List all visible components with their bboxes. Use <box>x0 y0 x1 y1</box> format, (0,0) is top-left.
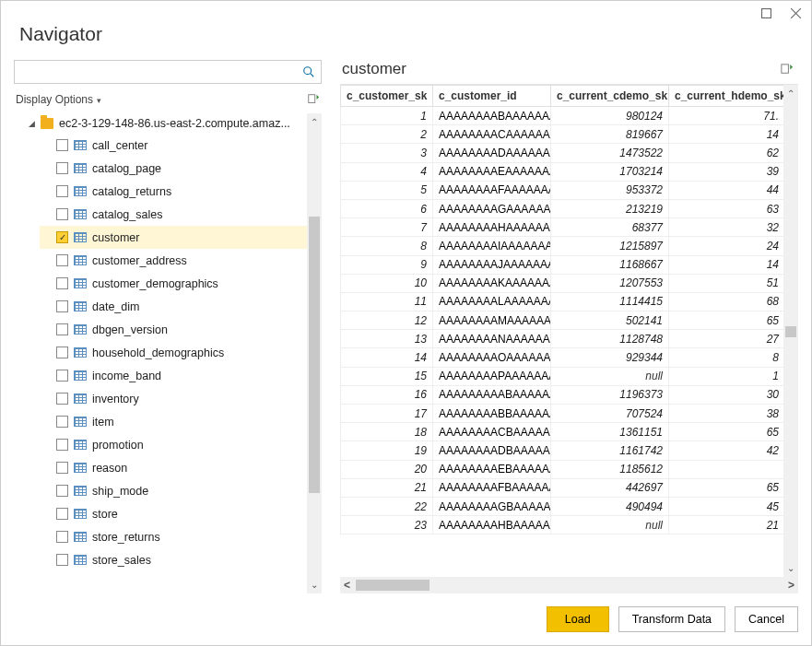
table-node-catalog_page[interactable]: catalog_page <box>40 157 307 180</box>
table-row[interactable]: 20AAAAAAAAEBAAAAAA1185612 <box>341 460 784 478</box>
table-node-store_sales[interactable]: store_sales <box>40 548 307 571</box>
tree-scrollbar[interactable]: ⌃ ⌄ <box>307 113 322 593</box>
checkbox[interactable] <box>56 185 68 197</box>
checkbox[interactable] <box>56 370 68 382</box>
checkbox[interactable] <box>56 162 68 174</box>
cell: 62 <box>669 144 784 162</box>
checkbox[interactable] <box>56 346 68 358</box>
load-button[interactable]: Load <box>547 606 609 632</box>
checkbox[interactable] <box>56 485 68 497</box>
table-row[interactable]: 18AAAAAAAACBAAAAAA136115165 <box>341 423 784 441</box>
checkbox[interactable] <box>56 277 68 289</box>
scroll-down-icon[interactable]: ⌄ <box>311 580 318 590</box>
table-row[interactable]: 8AAAAAAAAIAAAAAAA121589724 <box>341 237 784 255</box>
table-node-reason[interactable]: reason <box>40 456 307 479</box>
table-row[interactable]: 7AAAAAAAAHAAAAAAA6837732 <box>341 218 784 237</box>
refresh-tree-icon[interactable] <box>307 93 320 106</box>
table-row[interactable]: 23AAAAAAAAHBAAAAAAnull21 <box>341 516 784 534</box>
table-node-call_center[interactable]: call_center <box>40 134 307 157</box>
checkbox[interactable] <box>56 208 68 220</box>
scroll-left-icon[interactable]: < <box>344 579 350 592</box>
table-node-customer[interactable]: ✓customer <box>40 226 307 249</box>
scroll-thumb[interactable] <box>356 580 430 591</box>
cell: 44 <box>669 181 784 199</box>
svg-rect-5 <box>309 95 315 103</box>
table-node-customer_demographics[interactable]: customer_demographics <box>40 272 307 295</box>
table-node-store_returns[interactable]: store_returns <box>40 525 307 548</box>
table-node-dbgen_version[interactable]: dbgen_version <box>40 318 307 341</box>
grid-horizontal-scrollbar[interactable]: < > <box>340 577 798 593</box>
cell: 1114415 <box>551 292 669 311</box>
table-row[interactable]: 22AAAAAAAAGBAAAAAA49049445 <box>341 497 784 515</box>
checkbox[interactable] <box>56 531 68 543</box>
maximize-icon[interactable] <box>759 6 772 19</box>
column-header[interactable]: c_current_hdemo_sk <box>669 86 784 107</box>
table-row[interactable]: 17AAAAAAAABBAAAAAA70752438 <box>341 405 784 423</box>
checkbox[interactable] <box>56 139 68 151</box>
cell: 16 <box>341 385 433 404</box>
table-node-date_dim[interactable]: date_dim <box>40 295 307 318</box>
display-options-button[interactable]: Display Options▾ <box>16 93 101 106</box>
checkbox[interactable] <box>56 416 68 428</box>
table-node-store[interactable]: store <box>40 502 307 525</box>
table-row[interactable]: 13AAAAAAAANAAAAAAA112874827 <box>341 330 784 348</box>
scroll-up-icon[interactable]: ⌃ <box>787 88 794 99</box>
cancel-button[interactable]: Cancel <box>735 606 798 632</box>
preview-grid[interactable]: c_customer_skc_customer_idc_current_cdem… <box>340 85 783 577</box>
search-input[interactable] <box>20 62 302 82</box>
table-row[interactable]: 6AAAAAAAAGAAAAAAA21321963 <box>341 199 784 217</box>
collapse-icon[interactable]: ◢ <box>29 119 35 128</box>
table-icon <box>74 463 87 473</box>
search-box[interactable] <box>14 60 322 84</box>
table-row[interactable]: 15AAAAAAAAPAAAAAAAnull1 <box>341 367 784 385</box>
scroll-up-icon[interactable]: ⌃ <box>311 117 318 127</box>
table-row[interactable]: 4AAAAAAAAEAAAAAAA170321439 <box>341 162 784 181</box>
table-node-ship_mode[interactable]: ship_mode <box>40 479 307 502</box>
table-row[interactable]: 12AAAAAAAAMAAAAAAA50214165 <box>341 311 784 330</box>
checkbox[interactable] <box>56 254 68 266</box>
table-node-catalog_sales[interactable]: catalog_sales <box>40 203 307 226</box>
checkbox[interactable] <box>56 554 68 566</box>
table-row[interactable]: 14AAAAAAAAOAAAAAAA9293448 <box>341 348 784 367</box>
table-node-inventory[interactable]: inventory <box>40 387 307 410</box>
table-node-catalog_returns[interactable]: catalog_returns <box>40 180 307 203</box>
datasource-node[interactable]: ◢ ec2-3-129-148-86.us-east-2.compute.ama… <box>14 113 307 134</box>
search-icon[interactable] <box>302 65 315 78</box>
transform-data-button[interactable]: Transform Data <box>618 606 725 632</box>
checkbox[interactable] <box>56 462 68 474</box>
scroll-thumb[interactable] <box>309 217 320 493</box>
scroll-right-icon[interactable]: > <box>788 579 794 592</box>
checkbox[interactable] <box>56 508 68 520</box>
scroll-thumb[interactable] <box>785 326 796 337</box>
table-node-income_band[interactable]: income_band <box>40 364 307 387</box>
column-header[interactable]: c_customer_sk <box>341 86 433 107</box>
column-header[interactable]: c_customer_id <box>433 86 551 107</box>
checkbox[interactable] <box>56 323 68 335</box>
checkbox[interactable] <box>56 439 68 451</box>
refresh-preview-icon[interactable] <box>780 63 793 76</box>
table-row[interactable]: 19AAAAAAAADBAAAAAA116174242 <box>341 441 784 460</box>
table-row[interactable]: 11AAAAAAAALAAAAAAA111441568 <box>341 292 784 311</box>
column-header[interactable]: c_current_cdemo_sk <box>551 86 669 107</box>
table-row[interactable]: 10AAAAAAAAKAAAAAAA120755351 <box>341 274 784 292</box>
table-node-item[interactable]: item <box>40 410 307 433</box>
table-row[interactable]: 9AAAAAAAAJAAAAAAA116866714 <box>341 255 784 274</box>
close-icon[interactable] <box>789 6 802 19</box>
table-row[interactable]: 21AAAAAAAAFBAAAAAA44269765 <box>341 478 784 497</box>
table-node-household_demographics[interactable]: household_demographics <box>40 341 307 364</box>
cell: 20 <box>341 460 433 478</box>
scroll-down-icon[interactable]: ⌄ <box>787 563 794 573</box>
table-row[interactable]: 3AAAAAAAADAAAAAAA147352262 <box>341 144 784 162</box>
table-row[interactable]: 5AAAAAAAAFAAAAAAA95337244 <box>341 181 784 199</box>
table-row[interactable]: 2AAAAAAAACAAAAAAA81966714 <box>341 125 784 144</box>
checkbox[interactable]: ✓ <box>56 231 68 243</box>
table-row[interactable]: 16AAAAAAAAABAAAAAA119637330 <box>341 385 784 404</box>
table-node-promotion[interactable]: promotion <box>40 433 307 456</box>
checkbox[interactable] <box>56 393 68 405</box>
cell: AAAAAAAAEBAAAAAA <box>433 460 551 478</box>
grid-vertical-scrollbar[interactable]: ⌃ ⌄ <box>783 85 798 577</box>
checkbox[interactable] <box>56 300 68 312</box>
table-icon <box>74 509 87 519</box>
table-node-customer_address[interactable]: customer_address <box>40 249 307 272</box>
table-row[interactable]: 1AAAAAAAABAAAAAAA98012471. <box>341 107 784 125</box>
